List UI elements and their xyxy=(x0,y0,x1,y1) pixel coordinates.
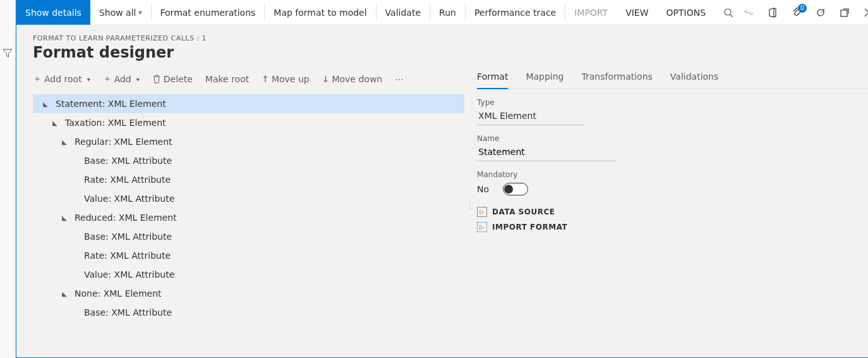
show-all-button[interactable]: Show all▾ xyxy=(90,0,151,25)
caret-icon: ◢ xyxy=(58,139,71,145)
popout-icon[interactable] xyxy=(838,6,851,19)
import-menu[interactable]: IMPORT xyxy=(565,0,617,25)
import-format-section[interactable]: ▷ IMPORT FORMAT xyxy=(477,222,868,232)
move-up-label: Move up xyxy=(272,74,310,84)
name-input[interactable] xyxy=(477,143,616,161)
tree-row[interactable]: Base: XML Attribute xyxy=(33,303,464,322)
move-down-button[interactable]: ↓Move down xyxy=(322,74,383,84)
close-icon[interactable] xyxy=(862,6,868,19)
caret-icon: ◢ xyxy=(49,120,61,127)
validate-button[interactable]: Validate xyxy=(377,0,430,25)
mandatory-field: Mandatory No xyxy=(477,170,868,195)
arrow-down-icon: ↓ xyxy=(322,74,330,84)
tab-transformations[interactable]: Transformations xyxy=(582,68,653,89)
caret-icon: ◢ xyxy=(58,290,71,297)
more-actions-button[interactable]: ⋯ xyxy=(395,74,405,84)
tree-label: Base: XML Attribute xyxy=(84,307,172,318)
drag-handle[interactable]: ⋮ xyxy=(468,201,472,211)
tab-mapping[interactable]: Mapping xyxy=(526,68,564,89)
svg-point-0 xyxy=(725,9,731,15)
link-icon[interactable] xyxy=(742,6,755,19)
name-field: Name xyxy=(477,134,868,161)
office-icon[interactable] xyxy=(766,6,779,19)
toolbar-right-icons: 0 xyxy=(742,0,868,25)
tree-label: Rate: XML Attribute xyxy=(84,175,171,185)
expand-icon: ▷ xyxy=(477,222,487,232)
map-format-button[interactable]: Map format to model xyxy=(265,0,375,25)
name-label: Name xyxy=(477,134,868,143)
mandatory-label: Mandatory xyxy=(477,170,868,179)
move-up-button[interactable]: ↑Move up xyxy=(262,74,310,84)
data-source-label: DATA SOURCE xyxy=(492,207,555,216)
type-value: XML Element xyxy=(477,107,584,125)
options-menu[interactable]: OPTIONS xyxy=(658,0,715,25)
tab-validations[interactable]: Validations xyxy=(670,68,718,89)
refresh-icon[interactable] xyxy=(814,6,827,19)
tree-label: Regular: XML Element xyxy=(75,137,172,147)
tree-label: Taxation: XML Element xyxy=(65,118,166,128)
chevron-down-icon: ▾ xyxy=(87,76,90,83)
tree-pane: ◢Statement: XML Element◢Taxation: XML El… xyxy=(33,90,464,357)
type-field: Type XML Element xyxy=(477,98,868,125)
main-area: Show details Show all▾ Format enumeratio… xyxy=(16,0,868,358)
add-root-button[interactable]: ＋Add root▾ xyxy=(33,73,90,85)
attachment-badge: 0 xyxy=(798,4,807,13)
delete-button[interactable]: Delete xyxy=(152,74,193,84)
tree-label: Value: XML Attribute xyxy=(84,269,174,280)
tree-row[interactable]: ◢None: XML Element xyxy=(33,284,464,303)
add-button[interactable]: ＋Add▾ xyxy=(103,73,140,85)
performance-trace-button[interactable]: Performance trace xyxy=(466,0,565,25)
svg-line-1 xyxy=(730,15,733,17)
tree-label: Value: XML Attribute xyxy=(84,194,174,204)
tree-label: Base: XML Attribute xyxy=(84,156,172,166)
data-source-section[interactable]: ▷ DATA SOURCE xyxy=(477,207,868,217)
search-button[interactable] xyxy=(714,0,742,25)
tree-row[interactable]: Value: XML Attribute xyxy=(33,265,464,284)
tree-label: None: XML Element xyxy=(75,288,162,299)
tree-row[interactable]: Rate: XML Attribute xyxy=(33,246,464,265)
details-tabs: FormatMappingTransformationsValidations xyxy=(477,68,868,89)
plus-icon: ＋ xyxy=(33,73,42,85)
tree-label: Rate: XML Attribute xyxy=(84,250,171,261)
tree-row[interactable]: Value: XML Attribute xyxy=(33,189,464,208)
attachment-icon[interactable]: 0 xyxy=(790,6,803,19)
add-label: Add xyxy=(114,74,131,84)
show-all-label: Show all xyxy=(99,8,136,18)
add-root-label: Add root xyxy=(44,74,82,84)
tab-format[interactable]: Format xyxy=(477,68,508,89)
caret-icon: ◢ xyxy=(58,214,71,221)
tree-label: Base: XML Attribute xyxy=(84,231,172,242)
tree-row[interactable]: Rate: XML Attribute xyxy=(33,170,464,189)
mandatory-value: No xyxy=(477,184,489,194)
tree-row[interactable]: ◢Regular: XML Element xyxy=(33,132,464,151)
trash-icon xyxy=(152,75,161,83)
action-bar: ＋Add root▾ ＋Add▾ Delete Make root ↑Move … xyxy=(33,68,464,90)
details-pane: ⋮ FormatMappingTransformationsValidation… xyxy=(464,68,868,357)
tree-row[interactable]: Base: XML Attribute xyxy=(33,151,464,170)
tree-row[interactable]: ◢Taxation: XML Element xyxy=(33,113,464,132)
content-area: FORMAT TO LEARN PARAMETERIZED CALLS : 1 … xyxy=(16,25,868,357)
mandatory-toggle[interactable] xyxy=(503,183,528,195)
tree-row[interactable]: ◢Reduced: XML Element xyxy=(33,208,464,227)
search-icon xyxy=(723,8,733,18)
page-title: Format designer xyxy=(33,44,868,61)
show-details-button[interactable]: Show details xyxy=(16,0,90,25)
top-toolbar: Show details Show all▾ Format enumeratio… xyxy=(16,0,868,25)
tree-label: Reduced: XML Element xyxy=(75,213,177,223)
format-enumerations-button[interactable]: Format enumerations xyxy=(152,0,265,25)
expand-icon: ▷ xyxy=(477,207,487,217)
chevron-down-icon: ▾ xyxy=(136,76,140,83)
breadcrumb: FORMAT TO LEARN PARAMETERIZED CALLS : 1 xyxy=(33,34,868,42)
filter-icon[interactable] xyxy=(0,46,15,61)
caret-icon: ◢ xyxy=(39,101,52,108)
run-button[interactable]: Run xyxy=(430,0,465,25)
move-down-label: Move down xyxy=(332,74,382,84)
tree-row[interactable]: Base: XML Attribute xyxy=(33,227,464,246)
tree-row[interactable]: ◢Statement: XML Element xyxy=(33,94,464,113)
left-rail xyxy=(0,0,16,358)
arrow-up-icon: ↑ xyxy=(262,74,269,84)
make-root-button[interactable]: Make root xyxy=(205,74,249,84)
plus-icon: ＋ xyxy=(103,73,112,85)
svg-rect-2 xyxy=(841,10,847,16)
view-menu[interactable]: VIEW xyxy=(617,0,657,25)
